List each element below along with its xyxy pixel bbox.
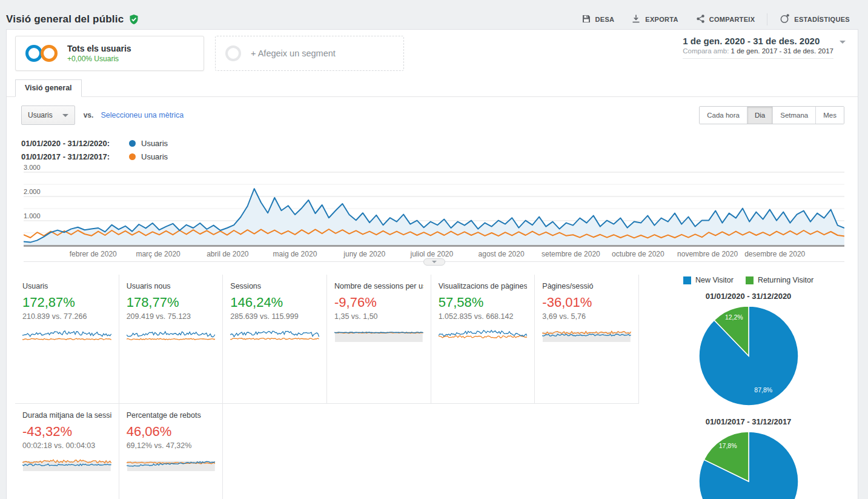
x-axis-month-label: maig de 2020	[273, 250, 317, 258]
legend-swatch-icon	[683, 276, 691, 284]
tab-bar: Visió general	[7, 79, 858, 97]
series-dot-2017	[129, 153, 136, 160]
scorecard-3: Sessions146,24%285.639 vs. 115.999	[223, 275, 327, 404]
chevron-down-icon	[432, 261, 437, 263]
timeseries-chart: 1.0002.0003.000	[24, 170, 844, 245]
scorecard-title: Pàgines/sessió	[542, 282, 631, 290]
scorecard-title: Durada mitjana de la sessió	[22, 411, 111, 420]
granularity-month[interactable]: Mes	[815, 107, 844, 124]
scorecard-sparkline	[127, 326, 216, 342]
scorecard-7: Durada mitjana de la sessió-43,32%00:02:…	[15, 404, 119, 499]
date-range-selector[interactable]: 1 de gen. 2020 - 31 de des. 2020 Compara…	[683, 36, 849, 59]
scorecard-title: Nombre de sessions per usuari	[334, 282, 423, 290]
scorecard-delta: -43,32%	[22, 424, 111, 440]
pie-chart-2020: 01/01/2020 - 31/12/202087,8%12,2%	[639, 292, 858, 407]
y-axis-tick: 1.000	[24, 212, 41, 219]
granularity-day[interactable]: Dia	[747, 107, 772, 124]
x-axis-month-label: agost de 2020	[479, 250, 525, 258]
segment-all-users[interactable]: Tots els usuaris +0,00% Usuaris	[15, 36, 204, 71]
legend-row-2017: 01/01/2017 - 31/12/2017: Usuaris	[21, 152, 843, 161]
main-panel: Tots els usuaris +0,00% Usuaris + Afegei…	[6, 29, 858, 499]
share-button[interactable]: COMPARTEIX	[688, 10, 763, 28]
scorecard-1: Usuaris172,87%210.839 vs. 77.266	[15, 275, 119, 404]
insights-icon	[780, 13, 790, 25]
legend-row-2020: 01/01/2020 - 31/12/2020: Usuaris	[21, 139, 843, 148]
scorecard-title: Sessions	[230, 282, 319, 290]
segment-title: Tots els usuaris	[67, 44, 131, 53]
save-button[interactable]: DESA	[574, 10, 622, 28]
select-metric-link[interactable]: Seleccioneu una mètrica	[101, 111, 184, 119]
scorecard-compare: 209.419 vs. 75.123	[127, 312, 216, 321]
x-axis-month-label: novembre de 2020	[677, 250, 738, 258]
scorecard-5: Visualitzacions de pàgines57,58%1.052.83…	[431, 275, 535, 404]
page-title: Visió general del públic	[6, 13, 124, 25]
scorecard-compare: 210.839 vs. 77.266	[22, 312, 111, 321]
scorecard-sparkline	[334, 326, 423, 342]
segment-rings-icon	[25, 45, 58, 62]
granularity-week[interactable]: Setmana	[772, 107, 815, 124]
tab-overview[interactable]: Visió general	[15, 79, 82, 97]
scorecard-sparkline	[22, 326, 111, 342]
scorecard-4: Nombre de sessions per usuari-9,76%1,35 …	[327, 275, 431, 404]
chart-legend: 01/01/2020 - 31/12/2020: Usuaris 01/01/2…	[7, 130, 858, 161]
scorecard-delta: -36,01%	[542, 295, 631, 310]
pie-legend-item: New Visitor	[683, 276, 734, 284]
segment-delta: +0,00% Usuaris	[67, 55, 131, 63]
x-axis-month-label: març de 2020	[136, 250, 180, 258]
granularity-group: Cada hora Dia Setmana Mes	[699, 106, 844, 124]
scorecard-compare: 285.639 vs. 115.999	[230, 312, 319, 321]
y-axis-tick: 2.000	[24, 188, 41, 195]
scorecards: Usuaris172,87%210.839 vs. 77.266Usuaris …	[15, 275, 639, 499]
x-axis-month-label: desembre de 2020	[744, 250, 805, 258]
scorecard-title: Usuaris nous	[127, 282, 216, 290]
pie-chart-2017: 01/01/2017 - 31/12/201782,2%17,8%	[639, 417, 858, 499]
scorecard-delta: 178,77%	[127, 295, 216, 310]
scorecard-sparkline	[439, 326, 528, 342]
scorecard-2: Usuaris nous178,77%209.419 vs. 75.123	[119, 275, 224, 404]
x-axis-month-label: juliol de 2020	[410, 250, 453, 258]
add-segment-button[interactable]: + Afegeix un segment	[215, 36, 404, 71]
scorecard-sparkline	[127, 455, 216, 471]
toolbar-divider	[767, 13, 767, 25]
scorecard-compare: 1,35 vs. 1,50	[334, 312, 423, 321]
pie-legend: New VisitorReturning Visitor	[639, 276, 858, 284]
visitor-type-panel: New VisitorReturning Visitor 01/01/2020 …	[639, 275, 858, 499]
lower-section: Usuaris172,87%210.839 vs. 77.266Usuaris …	[7, 267, 858, 499]
x-axis-month-label: setembre de 2020	[542, 250, 600, 258]
chevron-down-icon	[62, 114, 68, 117]
svg-text:17,8%: 17,8%	[718, 442, 737, 449]
vs-label: vs.	[84, 111, 94, 119]
pie-title: 01/01/2017 - 31/12/2017	[639, 417, 858, 426]
controls-row: Usuaris vs. Seleccioneu una mètrica Cada…	[7, 97, 858, 130]
scorecard-sparkline	[542, 326, 631, 342]
scorecard-8: Percentatge de rebots46,06%69,12% vs. 47…	[119, 404, 224, 499]
scorecard-delta: 172,87%	[22, 295, 111, 310]
scorecard-delta: -9,76%	[334, 295, 423, 310]
insights-button[interactable]: ESTADÍSTIQUES	[772, 10, 857, 28]
add-segment-circle-icon	[225, 45, 241, 61]
x-axis-month-label: octubre de 2020	[612, 250, 664, 258]
scorecard-title: Percentatge de rebots	[127, 411, 216, 420]
granularity-hourly[interactable]: Cada hora	[700, 107, 747, 124]
shield-check-icon	[128, 14, 139, 25]
scorecard-sparkline	[22, 455, 111, 471]
pie-title: 01/01/2020 - 31/12/2020	[639, 292, 858, 301]
x-axis-month-label: abril de 2020	[207, 250, 248, 258]
scorecard-delta: 146,24%	[230, 295, 319, 310]
x-axis-month-label: febrer de 2020	[70, 250, 117, 258]
metric-select-dropdown[interactable]: Usuaris	[21, 105, 75, 125]
download-icon	[631, 14, 641, 25]
scorecard-sparkline	[230, 326, 319, 342]
date-range-compare: Compara amb: 1 de gen. 2017 - 31 de des.…	[683, 47, 833, 55]
scorecard-delta: 46,06%	[127, 424, 216, 440]
svg-text:87,8%: 87,8%	[754, 386, 772, 394]
share-icon	[695, 14, 705, 25]
legend-swatch-icon	[746, 276, 754, 284]
header-toolbar: DESA EXPORTA COMPARTEIX ESTADÍSTIQUES	[574, 10, 857, 28]
scorecard-6: Pàgines/sessió-36,01%3,69 vs. 5,76	[535, 275, 639, 404]
export-button[interactable]: EXPORTA	[624, 10, 685, 28]
chart-expand-handle[interactable]	[423, 258, 445, 266]
scorecard-compare: 69,12% vs. 47,32%	[127, 441, 216, 450]
scorecard-compare: 1.052.835 vs. 668.142	[439, 312, 528, 321]
scorecard-compare: 00:02:18 vs. 00:04:03	[22, 441, 111, 450]
